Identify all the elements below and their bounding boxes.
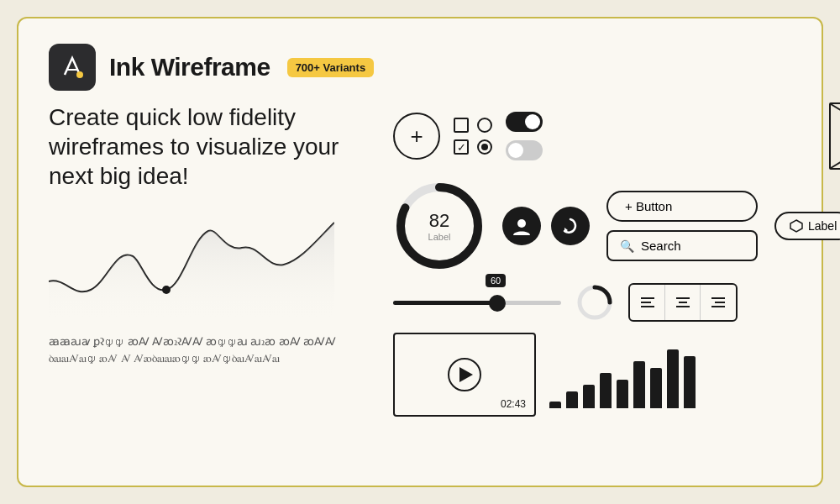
avatar-person [502,207,541,245]
play-icon [459,367,473,382]
handwriting-text: ꜳꜳꜷꜹ ꝑꝚꝙꝙ ꜵꜸ ꜸꜵꝛꝚꜸꜸ ꜵꝙꝙꜷ ꜷꝛꜵ ꜵꜸ ꜵꜸꜸ ꝺꜷꜷꜸ… [49,333,376,366]
variant-badge: 700+ Variants [287,58,374,77]
alignment-group [628,283,738,322]
bar-item [600,373,612,408]
right-ui-grid: + ✓ [393,102,840,460]
bar-item [650,368,662,408]
align-left-button[interactable] [630,285,665,320]
app-title: Ink Wireframe [109,53,270,81]
line-chart [49,206,334,323]
header-row: Ink Wireframe 700+ Variants [49,44,791,91]
svg-line-3 [831,104,840,168]
svg-point-6 [517,219,526,228]
toggle-thumb-on [525,114,540,129]
checkbox-empty[interactable] [454,118,469,133]
toggles-group [506,112,543,160]
video-time: 02:43 [501,398,526,410]
bar-item [549,402,561,408]
tagline: Create quick low fidelity wireframes to … [49,102,376,191]
avatar-reload [551,207,590,245]
align-right-button[interactable] [701,285,736,320]
loading-spinner [575,282,615,323]
app-icon [49,44,96,91]
checkbox-checked[interactable]: ✓ [454,139,469,155]
bar-item [633,361,645,408]
search-icon: 🔍 [620,239,634,253]
slider-track [393,301,561,305]
bar-item [617,380,628,408]
app-container: Ink Wireframe 700+ Variants Create quick… [17,17,823,487]
toggle-thumb-off [508,143,523,158]
align-center-button[interactable] [665,285,701,320]
badge-label-1[interactable]: Label [774,212,840,240]
video-player: 02:43 [393,333,536,417]
bar-item [566,391,578,408]
bar-item [684,356,696,408]
slider[interactable]: 60 [393,301,561,305]
search-text: Search [641,239,681,253]
svg-line-2 [831,104,840,168]
progress-label: 82 Label [428,210,451,242]
handwriting-line2: ꝺꜷꜷꜸꜷꝙ ꜵꜸ Ꜹ Ꜹꜵꝺꜷꜷꜵꝙꝙ ꜵꜸꝙꝺꜷꜸꜷꜸꜷ [49,350,376,367]
toggle-off[interactable] [506,140,543,160]
handwriting-line1: ꜳꜳꜷꜹ ꝑꝚꝙꝙ ꜵꜸ ꜸꜵꝛꝚꜸꜸ ꜵꝙꝙꜷ ꜷꝛꜵ ꜵꜸ ꜵꜸꜸ [49,333,376,350]
radio-filled[interactable] [477,139,492,155]
avatar-group [502,207,590,245]
bar-item [667,349,679,408]
toggle-on[interactable] [506,112,543,132]
svg-point-1 [162,286,171,294]
progress-ring: 82 Label [393,180,486,272]
bar-item [583,385,595,408]
image-placeholder [829,102,840,170]
play-button[interactable] [448,358,481,391]
search-box[interactable]: 🔍 Search [606,230,758,261]
svg-marker-8 [790,220,802,232]
form-row-2: ✓ [454,139,492,155]
slider-tooltip: 60 [486,274,506,287]
ui-row2: 82 Label [393,180,840,272]
radio-empty[interactable] [477,118,492,133]
svg-point-0 [76,71,83,78]
main-area: Create quick low fidelity wireframes to … [49,102,791,460]
form-controls-group: ✓ [454,118,492,155]
slider-fill [393,301,497,305]
ui-row5: 02:43 [393,333,840,417]
ui-row1: + ✓ [393,102,840,170]
bar-chart [549,341,696,408]
slider-thumb[interactable] [489,295,506,312]
form-row-1 [454,118,492,133]
button-primary[interactable]: + Button [606,191,758,222]
left-column: Create quick low fidelity wireframes to … [49,102,376,460]
circle-plus-button[interactable]: + [393,113,440,160]
badge-labels-group: Label Label [774,212,840,240]
ui-row4: 60 [393,282,840,323]
